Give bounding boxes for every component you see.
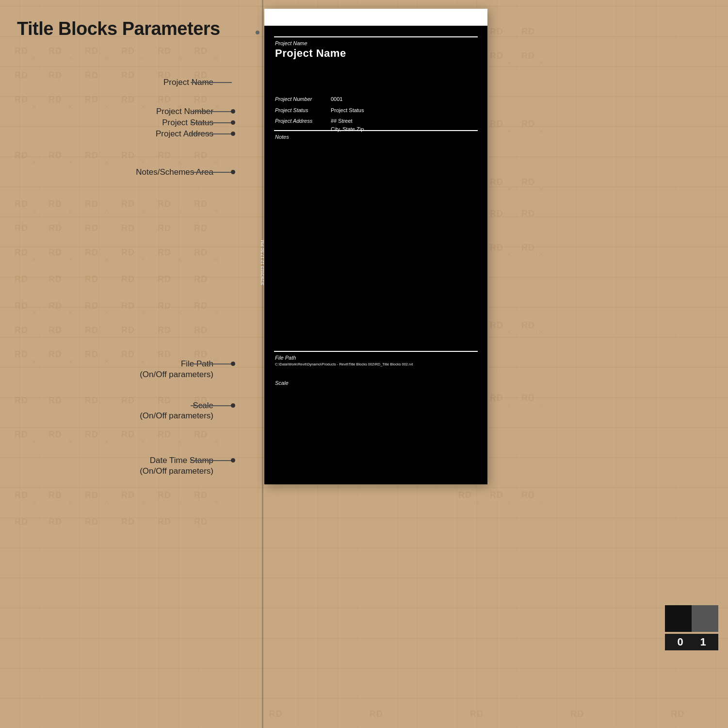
tb-info-row-status: Project Status Project Status <box>264 105 487 116</box>
tb-notes-label: Notes <box>275 134 289 140</box>
title-block: Project Name Project Name Project Number… <box>264 26 487 484</box>
scale-bar-light <box>692 605 718 632</box>
tb-filepath-value: C:\Data\Work\Revit\Dynamo\Products - Rev… <box>275 362 477 367</box>
tb-info-row-number: Project Number 0001 <box>264 94 487 105</box>
tb-scale-label: Scale <box>275 380 289 386</box>
tb-key-address: Project Address <box>275 117 331 125</box>
left-panel: Title Blocks Parameters Project Name Pro… <box>0 0 262 728</box>
tb-line-mid <box>274 130 478 131</box>
tb-project-name-value: Project Name <box>275 47 346 60</box>
tb-project-name-label: Project Name <box>275 40 307 46</box>
param-label-datetime-params: (On/Off parameters) <box>140 466 213 476</box>
page-title: Title Blocks Parameters <box>17 18 220 39</box>
tb-bullet-name <box>256 31 259 34</box>
tb-val-status: Project Status <box>331 106 477 115</box>
tb-filepath-label: File Path <box>275 355 296 361</box>
scale-num-0: 0 <box>677 636 683 648</box>
tb-line-filepath <box>274 351 478 352</box>
scale-numbers: 0 1 <box>665 634 718 650</box>
right-panel: RD RD RD RD RD RD × × × RD RD RD × × × R… <box>226 0 728 728</box>
scale-bars <box>665 605 718 632</box>
scale-ruler: 0 1 <box>665 605 718 650</box>
tb-key-number: Project Number <box>275 95 331 103</box>
tb-key-status: Project Status <box>275 106 331 115</box>
scale-bar-dark <box>665 605 692 632</box>
tb-date-stamp: 3/29/2023 12:17:50 PM <box>260 240 265 285</box>
tb-info-section: Project Number 0001 Project Status Proje… <box>264 94 487 134</box>
tb-val-number: 0001 <box>331 95 477 103</box>
scale-num-1: 1 <box>700 636 706 648</box>
bottom-watermarks: RD RD RD RD RD <box>226 709 728 719</box>
title-block-line-top <box>274 36 478 37</box>
param-label-scale-params: (On/Off parameters) <box>140 411 213 421</box>
tb-info-row-address: Project Address ## StreetCity, State Zip <box>264 116 487 134</box>
param-label-filepath-params: (On/Off parameters) <box>140 370 213 380</box>
paper-preview: Project Name Project Name Project Number… <box>264 9 487 484</box>
